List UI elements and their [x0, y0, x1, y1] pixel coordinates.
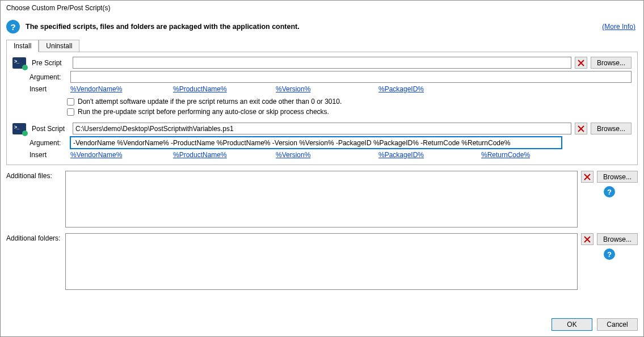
- additional-files-clear-button[interactable]: [581, 171, 594, 183]
- tab-strip: Install Uninstall: [1, 39, 643, 52]
- tab-install[interactable]: Install: [6, 40, 39, 52]
- post-script-label: Post Script: [32, 125, 69, 133]
- pre-argument-input[interactable]: [70, 71, 632, 83]
- window-title: Choose Custom Pre/Post Script(s): [1, 1, 643, 14]
- pre-before-autoclose-label: Run the pre-update script before perform…: [78, 108, 329, 116]
- info-icon: ?: [6, 20, 20, 33]
- post-script-clear-button[interactable]: [575, 123, 587, 134]
- info-banner: ? The specified scripts, files and folde…: [1, 14, 643, 39]
- additional-files-label: Additional files:: [6, 171, 61, 228]
- additional-folders-label: Additional folders:: [6, 233, 61, 290]
- script-icon: [12, 57, 26, 69]
- additional-folders-clear-button[interactable]: [581, 233, 594, 245]
- cancel-button[interactable]: Cancel: [597, 318, 638, 331]
- post-insert-label: Insert: [30, 151, 67, 159]
- banner-message: The specified scripts, files and folders…: [26, 23, 596, 31]
- additional-files-input[interactable]: [65, 171, 578, 228]
- delete-x-icon: [578, 125, 584, 132]
- script-icon: [12, 123, 26, 134]
- additional-folders-browse-button[interactable]: Browse...: [597, 233, 638, 245]
- pre-exitcode-checkbox[interactable]: [67, 98, 74, 106]
- delete-x-icon: [584, 236, 591, 243]
- pre-script-path-input[interactable]: [73, 57, 571, 69]
- insert-var-version[interactable]: %Version%: [276, 151, 375, 159]
- post-argument-label: Argument:: [30, 139, 67, 147]
- pre-insert-label: Insert: [30, 85, 67, 93]
- tab-uninstall[interactable]: Uninstall: [39, 40, 79, 52]
- pre-before-autoclose-checkbox[interactable]: [67, 108, 74, 116]
- delete-x-icon: [578, 60, 584, 66]
- post-script-browse-button[interactable]: Browse...: [591, 123, 632, 134]
- insert-var-productname[interactable]: %ProductName%: [173, 151, 272, 159]
- additional-files-browse-button[interactable]: Browse...: [597, 171, 638, 183]
- more-info-link[interactable]: (More Info): [602, 23, 635, 31]
- install-panel: Pre Script Browse... Argument: Insert %V…: [6, 52, 638, 165]
- delete-x-icon: [584, 174, 591, 180]
- insert-var-packageid[interactable]: %PackageID%: [378, 151, 478, 159]
- pre-exitcode-label: Don't attempt software update if the pre…: [78, 98, 342, 106]
- pre-script-browse-button[interactable]: Browse...: [591, 57, 632, 69]
- post-script-path-input[interactable]: [73, 123, 571, 134]
- ok-button[interactable]: OK: [552, 318, 592, 331]
- pre-argument-label: Argument:: [30, 73, 67, 81]
- insert-var-productname[interactable]: %ProductName%: [173, 85, 272, 93]
- help-icon[interactable]: ?: [604, 186, 615, 197]
- insert-var-vendorname[interactable]: %VendorName%: [70, 85, 170, 93]
- pre-script-label: Pre Script: [32, 59, 69, 67]
- additional-folders-input[interactable]: [65, 233, 578, 290]
- insert-var-packageid[interactable]: %PackageID%: [378, 85, 478, 93]
- pre-script-clear-button[interactable]: [575, 57, 587, 69]
- dialog-window: Choose Custom Pre/Post Script(s) ? The s…: [0, 0, 644, 337]
- insert-var-vendorname[interactable]: %VendorName%: [70, 151, 170, 159]
- insert-var-version[interactable]: %Version%: [276, 85, 375, 93]
- help-icon[interactable]: ?: [604, 248, 615, 260]
- post-argument-input[interactable]: [70, 137, 562, 149]
- dialog-footer: OK Cancel: [1, 315, 643, 336]
- insert-var-returncode[interactable]: %ReturnCode%: [481, 151, 580, 159]
